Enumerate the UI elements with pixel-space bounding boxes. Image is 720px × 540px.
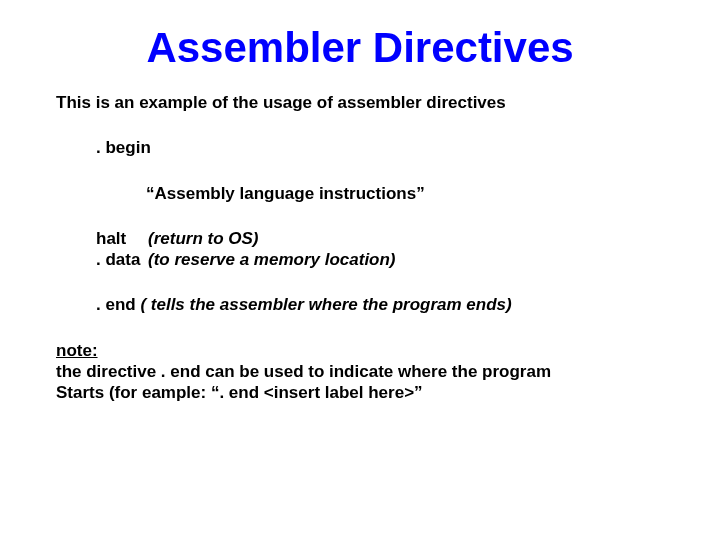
slide: Assembler Directives This is an example … xyxy=(0,0,720,540)
data-description: (to reserve a memory location) xyxy=(148,249,396,270)
note-line-1: the directive . end can be used to indic… xyxy=(56,361,680,382)
note-line-2: Starts (for eample: “. end <insert label… xyxy=(56,382,680,403)
halt-description: (return to OS) xyxy=(148,228,259,249)
directive-begin: . begin xyxy=(96,137,680,158)
end-description: ( tells the assembler where the program … xyxy=(140,295,511,314)
directive-data: . data (to reserve a memory location) xyxy=(96,249,680,270)
directive-halt: halt (return to OS) xyxy=(96,228,680,249)
data-label: . data xyxy=(96,249,148,270)
halt-label: halt xyxy=(96,228,148,249)
note-block: note: the directive . end can be used to… xyxy=(56,340,680,404)
slide-body: This is an example of the usage of assem… xyxy=(0,92,720,403)
directive-end: . end ( tells the assembler where the pr… xyxy=(96,294,680,315)
end-label: . end xyxy=(96,295,136,314)
assembly-instructions-placeholder: “Assembly language instructions” xyxy=(146,183,680,204)
slide-title: Assembler Directives xyxy=(0,0,720,82)
note-label: note: xyxy=(56,341,98,360)
intro-text: This is an example of the usage of assem… xyxy=(56,92,680,113)
